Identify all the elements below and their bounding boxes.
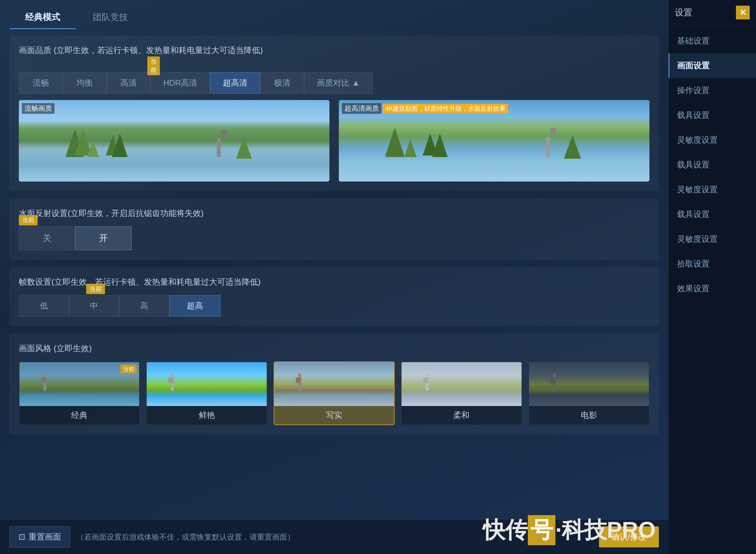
water-toggle-row: 关 开 (19, 226, 649, 250)
close-button[interactable]: ✕ (736, 6, 750, 19)
sidebar-item-pickup[interactable]: 拾取设置 (668, 252, 756, 276)
confirm-button[interactable]: 确认/修改 (599, 527, 659, 547)
sidebar-item-sensitivity3[interactable]: 灵敏度设置 (668, 227, 756, 252)
fps-section-title: 帧数设置(立即生效，若运行卡顿、发热量和耗电量过大可适当降低) (19, 277, 649, 287)
quality-ultra-btn[interactable]: 超高清 (210, 72, 260, 94)
style-classic-thumb: 当前 (19, 362, 139, 406)
style-soft[interactable]: 柔和 (401, 362, 522, 425)
quality-balanced-btn[interactable]: 均衡 (63, 72, 107, 94)
scene-smooth-image (19, 100, 330, 181)
sidebar-title: 设置 (675, 7, 692, 18)
preview-ultra-tags: 4K建筑贴图，材质特性升级，水面反射效果 (383, 104, 508, 113)
bottom-hint: （若画面设置后游戏体验不佳，或需恢复默认设置，请重置画面） (76, 532, 593, 542)
style-vivid-label: 鲜艳 (147, 406, 267, 425)
main-content: 经典模式 团队竞技 画面品质 (立即生效，若运行卡顿、发热量和耗电量过大可适当降… (0, 0, 668, 554)
sidebar-item-graphics[interactable]: 画面设置 (668, 53, 756, 78)
tab-team[interactable]: 团队竞技 (77, 6, 143, 29)
style-cinema[interactable]: 电影 (528, 362, 649, 425)
sidebar-header: 设置 ✕ (668, 0, 756, 25)
bottom-bar: ⊡ 重置画面 （若画面设置后游戏体验不佳，或需恢复默认设置，请重置画面） 确认/… (0, 519, 668, 554)
style-realistic[interactable]: 写实 (274, 362, 395, 425)
water-current-label: 当前 (19, 215, 38, 225)
fps-current-label: 当前 (86, 284, 105, 294)
quality-btn-row: 流畅 均衡 高清 HDR高清 超高清 极清 画质对比 ▲ (19, 72, 649, 94)
preview-smooth-label: 流畅画质 (22, 103, 55, 114)
style-vivid-thumb (147, 362, 267, 406)
style-section-title: 画面风格 (立即生效) (19, 343, 649, 354)
water-section-title: 水面反射设置(立即生效，开启后抗锯齿功能将失效) (19, 208, 649, 219)
style-soft-thumb (402, 362, 521, 406)
style-soft-label: 柔和 (402, 406, 521, 425)
quality-compare-btn[interactable]: 画质对比 ▲ (304, 72, 373, 94)
fps-section: 帧数设置(立即生效，若运行卡顿、发热量和耗电量过大可适当降低) 当前 低 中 高… (9, 267, 659, 326)
fps-low-btn[interactable]: 低 (19, 295, 69, 317)
preview-ultra-label: 超高清画质 4K建筑贴图，材质特性升级，水面反射效果 (342, 103, 508, 114)
fps-mid-btn[interactable]: 中 (69, 295, 119, 317)
sidebar-item-vehicle3[interactable]: 载具设置 (668, 202, 756, 227)
settings-content: 画面品质 (立即生效，若运行卡顿、发热量和耗电量过大可适当降低) 当前 流畅 均… (0, 29, 668, 519)
quality-smooth-btn[interactable]: 流畅 (19, 72, 63, 94)
quality-hdr-btn[interactable]: HDR高清 (151, 72, 210, 94)
style-cinema-label: 电影 (529, 406, 649, 425)
style-classic-current-tag: 当前 (120, 365, 137, 373)
style-row: 当前 经典 鲜艳 (19, 362, 649, 425)
preview-ultra: 超高清画质 4K建筑贴图，材质特性升级，水面反射效果 (339, 100, 649, 181)
tab-classic[interactable]: 经典模式 (9, 6, 76, 29)
style-classic[interactable]: 当前 经典 (19, 362, 140, 425)
water-on-btn[interactable]: 开 (75, 226, 132, 250)
quality-extreme-btn[interactable]: 极清 (260, 72, 304, 94)
sidebar-item-basic[interactable]: 基础设置 (668, 29, 756, 53)
fps-btn-row: 低 中 高 超高 (19, 295, 649, 317)
style-realistic-label: 写实 (274, 406, 394, 425)
sidebar-nav: 基础设置 画面设置 操作设置 载具设置 灵敏度设置 载具设置 灵敏度设置 载具设… (668, 25, 756, 554)
water-off-btn[interactable]: 关 (19, 226, 75, 250)
sidebar: 设置 ✕ 基础设置 画面设置 操作设置 载具设置 灵敏度设置 载具设置 灵敏度设… (668, 0, 756, 554)
quality-section-title: 画面品质 (立即生效，若运行卡顿、发热量和耗电量过大可适当降低) (19, 45, 649, 56)
reset-button[interactable]: ⊡ 重置画面 (9, 526, 70, 548)
sidebar-item-controls[interactable]: 操作设置 (668, 78, 756, 103)
reset-label: 重置画面 (28, 532, 61, 542)
style-section: 画面风格 (立即生效) 当前 经典 鲜艳 (9, 334, 659, 435)
quality-section: 画面品质 (立即生效，若运行卡顿、发热量和耗电量过大可适当降低) 当前 流畅 均… (9, 36, 659, 191)
reset-icon: ⊡ (18, 532, 25, 542)
tab-bar: 经典模式 团队竞技 (0, 0, 668, 29)
sidebar-item-vehicle1[interactable]: 载具设置 (668, 103, 756, 128)
sidebar-item-vehicle2[interactable]: 载具设置 (668, 152, 756, 177)
fps-high-btn[interactable]: 高 (119, 295, 169, 317)
sidebar-item-sensitivity1[interactable]: 灵敏度设置 (668, 128, 756, 152)
quality-hd-btn[interactable]: 高清 (107, 72, 151, 94)
water-section: 水面反射设置(立即生效，开启后抗锯齿功能将失效) 当前 关 开 (9, 199, 659, 260)
style-classic-label: 经典 (19, 406, 139, 425)
style-cinema-thumb (529, 362, 649, 406)
preview-smooth: 流畅画质 (19, 100, 330, 181)
preview-row: 流畅画质 超高清画质 4K建筑贴图，材质特性升级，水面反射效果 (19, 100, 649, 181)
preview-ultra-main-label: 超高清画质 (342, 103, 382, 114)
style-realistic-thumb (274, 362, 394, 406)
sidebar-item-sensitivity2[interactable]: 灵敏度设置 (668, 177, 756, 202)
fps-ultra-btn[interactable]: 超高 (169, 295, 221, 317)
sidebar-item-effect[interactable]: 效果设置 (668, 276, 756, 301)
style-vivid[interactable]: 鲜艳 (146, 362, 267, 425)
